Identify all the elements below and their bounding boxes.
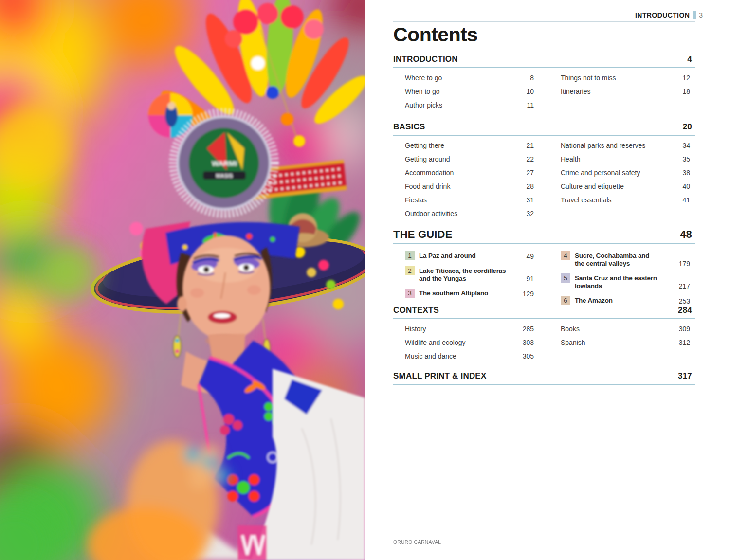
contents-page: INTRODUCTION 3 Contents INTRODUCTION 4 W… bbox=[365, 0, 730, 560]
toc-entry: Author picks11 bbox=[405, 101, 534, 115]
toc-entry: Getting around22 bbox=[405, 155, 534, 169]
toc-section-contexts: CONTEXTS 284 History285 Wildlife and eco… bbox=[393, 306, 695, 366]
chapter-number-box: 3 bbox=[405, 289, 415, 298]
section-title: BASICS bbox=[393, 122, 425, 132]
section-page-number: 48 bbox=[680, 229, 692, 240]
toc-entry: Books309 bbox=[561, 325, 690, 339]
running-head-rule bbox=[393, 21, 695, 22]
toc-section-introduction: INTRODUCTION 4 Where to go8 When to go10… bbox=[393, 54, 695, 115]
toc-entry: Itineraries18 bbox=[561, 88, 690, 101]
photo-caption: ORURO CARNAVAL bbox=[393, 539, 441, 545]
toc-section-small-print: SMALL PRINT & INDEX 317 bbox=[393, 371, 695, 385]
section-title: CONTEXTS bbox=[393, 306, 439, 315]
toc-entry: Outdoor activities32 bbox=[405, 210, 534, 223]
book-spread: WARMI MASIS bbox=[0, 0, 730, 560]
medallion-text-masis: MASIS bbox=[216, 173, 233, 179]
toc-entry: Wildlife and ecology303 bbox=[405, 339, 534, 352]
toc-entry: Where to go8 bbox=[405, 74, 534, 88]
page-title: Contents bbox=[393, 23, 478, 46]
running-head-bar bbox=[693, 11, 696, 19]
toc-entry: Crime and personal safety38 bbox=[561, 169, 690, 182]
carnival-photo: WARMI MASIS bbox=[0, 0, 365, 560]
toc-chapter-entry: 4 Sucre, Cochabamba andthe central valle… bbox=[561, 251, 690, 268]
toc-entry: Things not to miss12 bbox=[561, 74, 690, 88]
toc-section-the-guide: THE GUIDE 48 1 La Paz and around 49 2 La… bbox=[393, 229, 695, 311]
toc-entry: Fiestas31 bbox=[405, 196, 534, 210]
toc-chapter-entry: 3 The southern Altiplano 129 bbox=[405, 289, 534, 298]
toc-chapter-entry: 2 Lake Titicaca, the cordillerasand the … bbox=[405, 266, 534, 283]
section-page-number: 284 bbox=[678, 306, 692, 315]
chapter-number-box: 2 bbox=[405, 266, 415, 275]
chapter-number-box: 1 bbox=[405, 251, 415, 260]
toc-entry: Culture and etiquette40 bbox=[561, 182, 690, 196]
toc-chapter-entry: 6 The Amazon 253 bbox=[561, 296, 690, 305]
section-rule bbox=[393, 384, 695, 385]
club-badge bbox=[148, 93, 193, 138]
section-title: INTRODUCTION bbox=[393, 54, 458, 64]
toc-section-basics: BASICS 20 Getting there21 Getting around… bbox=[393, 122, 695, 223]
toc-entry: Health35 bbox=[561, 155, 690, 169]
toc-entry: Travel essentials41 bbox=[561, 196, 690, 210]
toc-chapter-entry: 5 Santa Cruz and the eastern lowlands 21… bbox=[561, 273, 690, 290]
medallion-text-warmi: WARMI bbox=[212, 159, 237, 167]
running-head-page-number: 3 bbox=[699, 11, 703, 19]
chapter-number-box: 6 bbox=[561, 296, 570, 305]
chapter-number-box: 4 bbox=[561, 251, 570, 260]
photo-page: WARMI MASIS bbox=[0, 0, 365, 560]
toc-entry: History285 bbox=[405, 325, 534, 339]
toc-entry: Getting there21 bbox=[405, 142, 534, 155]
toc-entry: Food and drink28 bbox=[405, 182, 534, 196]
section-page-number: 317 bbox=[678, 371, 692, 381]
running-head: INTRODUCTION 3 bbox=[393, 11, 703, 19]
section-title: SMALL PRINT & INDEX bbox=[393, 371, 486, 381]
toc-entry: National parks and reserves34 bbox=[561, 142, 690, 155]
toc-entry: When to go10 bbox=[405, 88, 534, 101]
section-title: THE GUIDE bbox=[393, 229, 453, 240]
chapter-number-box: 5 bbox=[561, 273, 570, 283]
toc-entry: Spanish312 bbox=[561, 339, 690, 352]
toc-entry: Accommodation27 bbox=[405, 169, 534, 182]
running-head-section: INTRODUCTION bbox=[635, 11, 690, 19]
section-page-number: 20 bbox=[683, 122, 692, 132]
toc-chapter-entry: 1 La Paz and around 49 bbox=[405, 251, 534, 260]
section-page-number: 4 bbox=[687, 54, 692, 64]
toc-entry: Music and dance305 bbox=[405, 352, 534, 366]
